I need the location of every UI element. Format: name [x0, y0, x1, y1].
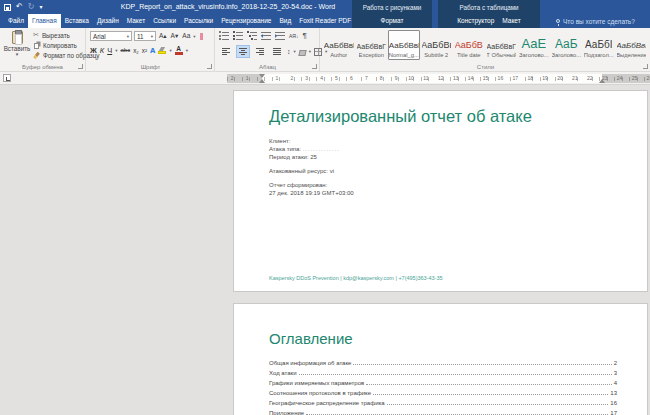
clipboard-dialog-launcher[interactable] [78, 64, 83, 69]
toc-entry-title: Географическое распределение трафика [269, 400, 385, 406]
change-case-dropdown-icon: ▾ [193, 34, 195, 39]
justify-button[interactable] [270, 45, 284, 58]
toc-entry[interactable]: Соотношения протоколов в трафике13 [269, 386, 617, 396]
style-Подзагол-[interactable]: АаБбІПодзагол... [583, 30, 615, 60]
strikethrough-button[interactable]: abc [120, 45, 130, 56]
toc-entry[interactable]: Ход атаки3 [269, 366, 617, 376]
text-effects-button[interactable]: А [150, 45, 155, 56]
title-bar: ↶ ↻ ▾ KDP_Report_on_attack_virusinfo.inf… [0, 0, 650, 14]
style-Заголово-[interactable]: АаЕЗаголово... [518, 30, 550, 60]
paragraph-group-label: Абзац [216, 64, 319, 70]
change-case-button[interactable]: Аа [181, 31, 191, 41]
underline-dropdown-icon: ▾ [115, 48, 117, 53]
toc-entry[interactable]: Общая информация об атаке2 [269, 356, 617, 366]
style-sample: АаБбВвГ [487, 43, 516, 50]
right-indent-marker[interactable] [599, 76, 605, 83]
shading-button[interactable] [298, 50, 306, 56]
tab-Макет[interactable]: Макет [123, 14, 149, 28]
font-family-combobox[interactable]: Arial ▾ [90, 31, 132, 41]
style-name: Т Обычный [486, 52, 516, 58]
font-family-value: Arial [93, 33, 125, 40]
tab-Файл[interactable]: Файл [4, 14, 28, 28]
bullets-button[interactable] [219, 32, 229, 40]
style-sample: АаБбВвГ [389, 42, 419, 50]
style-sample: АаБбВ [455, 41, 483, 50]
ruler-number: 7 [365, 75, 368, 82]
style-name: Выделение [616, 52, 646, 58]
style-Выделение[interactable]: АаБбВвГВыделение [616, 30, 648, 60]
save-icon[interactable] [4, 4, 11, 11]
style-Заголово-[interactable]: АаБЗаголово... [551, 30, 583, 60]
tab-Конструктор[interactable]: Конструктор [453, 14, 498, 28]
ruler-number: 14 [468, 75, 474, 82]
show-paragraph-marks-button[interactable]: ¶ [302, 31, 306, 40]
clear-formatting-icon[interactable] [200, 33, 203, 40]
subscript-button[interactable]: х₂ [133, 45, 139, 56]
ruler-number: 25 [632, 75, 638, 82]
toc-entry[interactable]: Географическое распределение трафика16 [269, 396, 617, 406]
font-group-label: Шрифт [87, 64, 214, 70]
align-center-button[interactable] [236, 45, 250, 58]
toc-leader-dots [353, 364, 611, 365]
align-left-button[interactable] [219, 45, 233, 58]
tab-stop-selector[interactable] [3, 74, 11, 82]
tab-Вставка[interactable]: Вставка [61, 14, 93, 28]
toc-page-number: 4 [614, 380, 617, 386]
toc-entry[interactable]: Графики измеряемых параметров4 [269, 376, 617, 386]
document-page-1[interactable]: Детализированный отчет об атаке Клиент: … [233, 90, 648, 292]
style-Title-date[interactable]: АаБбВTitle date [453, 30, 485, 60]
tab-Дизайн[interactable]: Дизайн [93, 14, 123, 28]
underline-button[interactable]: Ч [107, 45, 112, 56]
page-footer: Kaspersky DDoS Prevention | kdp@kaspersk… [269, 275, 443, 281]
numbering-button[interactable] [233, 32, 243, 40]
tell-me[interactable]: Что вы хотите сделать? [556, 14, 635, 28]
document-page-2[interactable]: Оглавление Общая информация об атаке2Ход… [233, 303, 648, 415]
tab-Вид[interactable]: Вид [275, 14, 295, 28]
paste-button[interactable]: Вставить ▾ [3, 30, 31, 61]
decrease-indent-button[interactable] [261, 32, 271, 40]
shrink-font-button[interactable]: А▾ [170, 31, 180, 41]
italic-button[interactable]: К [100, 45, 104, 56]
tab-Макет[interactable]: Макет [498, 14, 524, 28]
ruler-number-margin: 1 [246, 75, 249, 82]
style-Т-Обычный[interactable]: АаБбВвГТ Обычный [486, 30, 518, 60]
paragraph-dialog-launcher[interactable] [312, 64, 317, 69]
tab-Рецензирование[interactable]: Рецензирование [217, 14, 275, 28]
ribbon: Вставить ▾ ✂ Вырезать Копировать Формат … [0, 28, 650, 72]
tab-Ссылки[interactable]: Ссылки [149, 14, 180, 28]
style-Author[interactable]: АаБбВвГAuthor [323, 30, 355, 60]
bold-button[interactable]: Ж [90, 45, 97, 56]
multilevel-list-button[interactable] [247, 32, 257, 40]
style-Exception[interactable]: АаБбВвГException [356, 30, 388, 60]
ruler-number: 15 [483, 75, 489, 82]
styles-dialog-launcher[interactable] [643, 64, 648, 69]
style-sample: АаБбВвГ [324, 42, 354, 50]
tab-Рассылки[interactable]: Рассылки [180, 14, 217, 28]
tab-Главная[interactable]: Главная [28, 14, 61, 28]
ruler-number: 3 [305, 75, 308, 82]
style-Normal_g-[interactable]: АаБбВвГNormal_g... [388, 30, 420, 60]
font-size-combobox[interactable]: 11 ▾ [134, 31, 156, 41]
tab-Foxit Reader PDF[interactable]: Foxit Reader PDF [295, 14, 355, 28]
font-color-button[interactable]: А [175, 46, 183, 55]
style-Subtitle-2[interactable]: АаБбВвSubtitle 2 [421, 30, 453, 60]
line-spacing-button[interactable]: ↕ [287, 47, 291, 57]
highlight-button[interactable] [158, 47, 166, 54]
toc-entry[interactable]: Приложение17 [269, 406, 617, 415]
attacked-resource-line: Атакованный ресурс: vi [269, 167, 354, 175]
toc-leader-dots [306, 414, 608, 415]
tab-Формат[interactable]: Формат [376, 14, 407, 28]
toc-leader-dots [366, 384, 611, 385]
increase-indent-button[interactable] [275, 32, 285, 40]
document-area[interactable]: Детализированный отчет об атаке Клиент: … [0, 85, 650, 415]
hanging-indent-marker[interactable] [259, 76, 265, 83]
attack-period-line: Период атаки: 25 [269, 153, 354, 161]
align-right-button[interactable] [253, 45, 267, 58]
undo-icon[interactable]: ↶ [16, 0, 23, 14]
grow-font-button[interactable]: А▴ [158, 31, 168, 41]
horizontal-ruler[interactable]: 2112345678910111213141516171819202122232… [227, 74, 650, 83]
font-dialog-launcher[interactable] [207, 64, 212, 69]
sort-button[interactable]: АЯ↓ [289, 32, 298, 40]
superscript-button[interactable]: х² [142, 45, 147, 56]
ruler-number: 4 [320, 75, 323, 82]
